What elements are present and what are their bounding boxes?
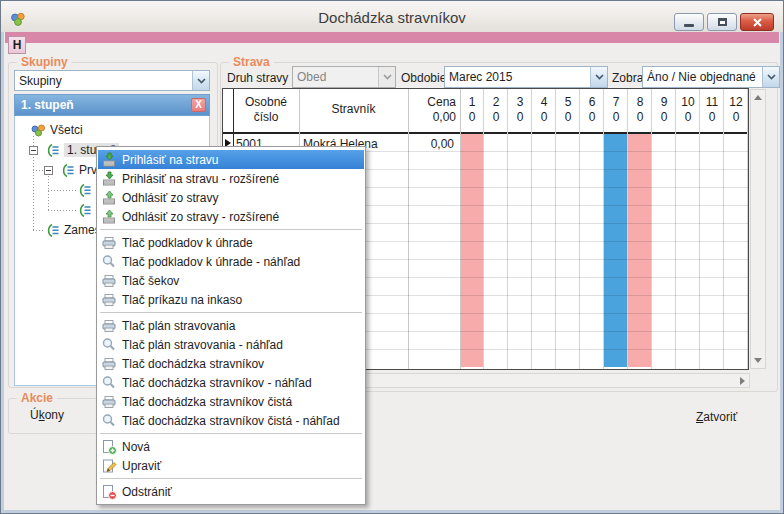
preview-icon xyxy=(101,254,117,270)
menu-item-tlac-prikazu-na-inkaso[interactable]: Tlač príkazu na inkaso xyxy=(98,290,364,309)
col-header-osobne-cislo[interactable]: Osobné číslo xyxy=(233,89,299,125)
zobrazit-combobox[interactable]: Áno / Nie objednané xyxy=(642,66,780,88)
close-button[interactable] xyxy=(740,13,774,31)
menu-item-label: Tlač plán stravovania - náhľad xyxy=(122,338,283,352)
maximize-button[interactable] xyxy=(707,13,737,31)
ukony-button[interactable]: Úkony xyxy=(30,408,64,422)
group-panel-header[interactable]: 1. stupeň X xyxy=(14,94,210,116)
menu-item-prihlasit-rozsirene[interactable]: Prihlásiť na stravu - rozšírené xyxy=(98,169,364,188)
menu-item-tlac-dochadzka-cista-nahlad[interactable]: Tlač dochádzka stravníkov čistá - náhľad xyxy=(98,411,364,430)
menu-separator xyxy=(100,312,362,313)
h-button[interactable]: H xyxy=(8,36,26,54)
all-groups-icon xyxy=(31,124,46,137)
minimize-button[interactable] xyxy=(674,13,704,31)
tree-collapse-box[interactable] xyxy=(44,166,53,175)
chevron-down-icon xyxy=(383,74,392,80)
menu-item-odhlasit-zo-stravy[interactable]: Odhlásiť zo stravy xyxy=(98,188,364,207)
groups-combobox-arrow[interactable] xyxy=(192,71,209,90)
obdobie-value: Marec 2015 xyxy=(445,70,590,84)
menu-item-label: Prihlásiť na stravu xyxy=(122,153,219,167)
menu-item-tlac-dochadzka-nahlad[interactable]: Tlač dochádzka stravníkov - náhľad xyxy=(98,373,364,392)
tree-connector xyxy=(48,210,76,211)
menu-item-label: Tlač podkladov k úhrade xyxy=(122,236,253,250)
menu-item-odhlasit-rozsirene[interactable]: Odhlásiť zo stravy - rozšírené xyxy=(98,207,364,226)
menu-separator xyxy=(100,433,362,434)
preview-icon xyxy=(101,375,117,391)
tree-collapse-box[interactable] xyxy=(29,146,38,155)
window-controls xyxy=(674,13,774,31)
menu-item-label: Prihlásiť na stravu - rozšírené xyxy=(122,172,279,186)
chevron-down-icon xyxy=(197,78,206,84)
menu-item-tlac-plan-nahlad[interactable]: Tlač plán stravovania - náhľad xyxy=(98,335,364,354)
unenroll-icon xyxy=(101,209,117,225)
printer-icon xyxy=(101,394,117,410)
col-header-stravnik[interactable]: Stravník xyxy=(299,89,408,117)
printer-icon xyxy=(101,292,117,308)
menu-item-tlac-podkladov[interactable]: Tlač podkladov k úhrade xyxy=(98,233,364,252)
menu-item-tlac-dochadzka-cista[interactable]: Tlač dochádzka stravníkov čistá xyxy=(98,392,364,411)
menu-item-upravit[interactable]: Upraviť xyxy=(98,456,364,475)
druh-stravy-arrow[interactable] xyxy=(378,67,395,87)
chevron-down-icon xyxy=(767,74,776,80)
druh-stravy-label: Druh stravy xyxy=(227,71,288,85)
zatvorit-button[interactable]: Zatvoriť xyxy=(696,410,737,424)
scroll-up-icon[interactable] xyxy=(754,95,762,100)
akcie-groupbox-label: Akcie xyxy=(17,391,57,405)
menu-item-nova[interactable]: Nová xyxy=(98,437,364,456)
menu-separator xyxy=(100,229,362,230)
tree-item-label: Všetci xyxy=(50,123,83,137)
menu-item-tlac-sekov[interactable]: Tlač šekov xyxy=(98,271,364,290)
obdobie-arrow[interactable] xyxy=(590,67,607,87)
col-header-cena[interactable]: Cena 0,00 xyxy=(408,89,456,125)
menu-item-label: Tlač podkladov k úhrade - náhľad xyxy=(122,255,300,269)
obdobie-label: Obdobie xyxy=(401,71,446,85)
group-icon xyxy=(78,204,92,217)
tree-item-child2[interactable] xyxy=(78,200,96,220)
zobrazit-value: Áno / Nie objednané xyxy=(643,70,762,84)
toolbar-strip xyxy=(5,32,779,43)
menu-item-label: Nová xyxy=(122,440,150,454)
strava-groupbox-label: Strava xyxy=(229,55,274,69)
menu-item-label: Odhlásiť zo stravy - rozšírené xyxy=(122,210,279,224)
scroll-down-icon[interactable] xyxy=(754,358,762,363)
menu-item-label: Tlač dochádzka stravníkov čistá xyxy=(122,395,292,409)
menu-item-tlac-podkladov-nahlad[interactable]: Tlač podkladov k úhrade - náhľad xyxy=(98,252,364,271)
unenroll-icon xyxy=(101,190,117,206)
zobrazit-arrow[interactable] xyxy=(762,67,779,87)
menu-item-label: Odhlásiť zo stravy xyxy=(122,191,219,205)
menu-item-label: Odstrániť xyxy=(122,485,172,499)
printer-icon xyxy=(101,318,117,334)
menu-separator xyxy=(100,478,362,479)
groups-combobox[interactable]: Skupiny xyxy=(14,70,210,91)
tree-item-vsetci[interactable]: Všetci xyxy=(31,120,83,140)
enroll-icon xyxy=(101,152,117,168)
druh-stravy-combobox[interactable]: Obed xyxy=(292,66,396,88)
close-icon xyxy=(753,18,762,27)
title-bar[interactable]: Dochádzka stravníkov xyxy=(1,1,783,32)
group-icon xyxy=(61,164,75,177)
menu-item-prihlasit-na-stravu[interactable]: Prihlásiť na stravu xyxy=(98,150,364,169)
scroll-right-icon[interactable] xyxy=(740,377,745,385)
groups-combobox-value: Skupiny xyxy=(15,74,192,88)
vertical-scrollbar[interactable] xyxy=(750,89,766,369)
enroll-icon xyxy=(101,171,117,187)
group-icon xyxy=(78,184,92,197)
druh-stravy-value: Obed xyxy=(293,70,378,84)
group-panel-close-button[interactable]: X xyxy=(191,98,206,112)
tree-connector xyxy=(33,230,45,231)
tree-item-child1[interactable] xyxy=(78,180,96,200)
printer-icon xyxy=(101,356,117,372)
menu-item-label: Tlač plán stravovania xyxy=(122,319,235,333)
printer-icon xyxy=(101,235,117,251)
menu-item-label: Tlač dochádzka stravníkov čistá - náhľad xyxy=(122,414,340,428)
menu-item-odstranit[interactable]: Odstrániť xyxy=(98,482,364,501)
maximize-icon xyxy=(718,18,727,26)
menu-item-label: Tlač dochádzka stravníkov xyxy=(122,357,264,371)
context-menu: Prihlásiť na stravu Prihlásiť na stravu … xyxy=(96,146,366,505)
menu-item-tlac-dochadzka[interactable]: Tlač dochádzka stravníkov xyxy=(98,354,364,373)
cell-cena[interactable]: 0,00 xyxy=(408,136,454,154)
obdobie-combobox[interactable]: Marec 2015 xyxy=(444,66,608,88)
tree-connector xyxy=(33,170,44,171)
menu-item-tlac-plan-stravovania[interactable]: Tlač plán stravovania xyxy=(98,316,364,335)
menu-item-label: Tlač príkazu na inkaso xyxy=(122,293,242,307)
